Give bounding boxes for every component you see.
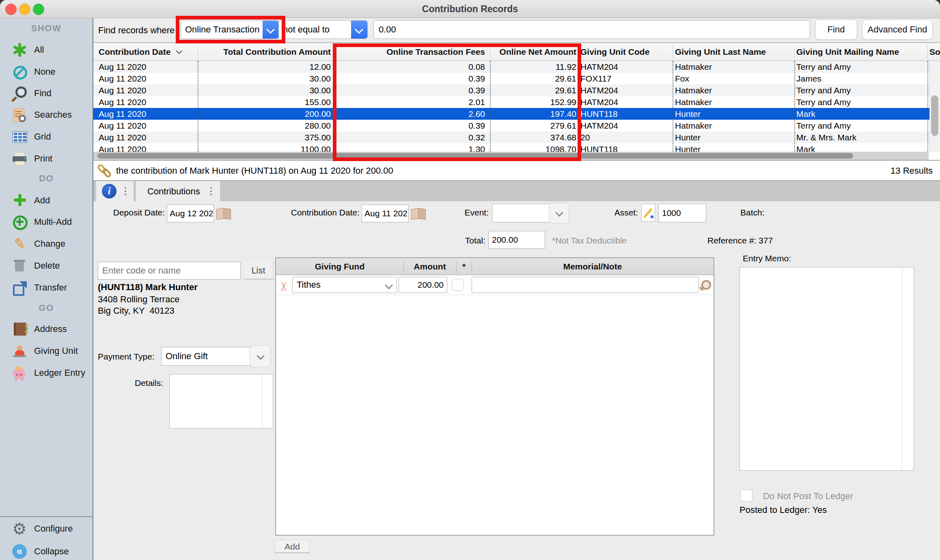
table-row[interactable]: Aug 11 2020200.002.60197.40HUNT118Hunter… (93, 108, 940, 120)
event-dropdown[interactable] (492, 204, 557, 222)
column-header[interactable]: Contribution Date (99, 43, 192, 61)
table-cell: FOX117 (580, 73, 671, 84)
column-header-asterisk[interactable]: * (456, 258, 472, 275)
vertical-scrollbar[interactable] (929, 61, 940, 152)
giver-code-input[interactable] (98, 262, 241, 280)
sidebar-item-collapse[interactable]: « Collapse (0, 541, 93, 560)
giver-address-line2: Big City, KY 40123 (98, 306, 175, 316)
info-icon: i (102, 184, 116, 198)
tab-contributions[interactable]: Contributions (136, 181, 220, 201)
horizontal-scrollbar[interactable] (93, 152, 929, 160)
sidebar-item-address[interactable]: Address (0, 318, 93, 340)
sidebar-item-add[interactable]: Add (0, 190, 93, 211)
sidebar-item-multi-add[interactable]: Multi-Add (0, 211, 93, 233)
fund-dropdown[interactable]: Tithes (292, 277, 397, 293)
horizontal-scrollbar-thumb[interactable] (97, 153, 853, 159)
chevron-down-icon[interactable] (351, 21, 367, 39)
table-row[interactable]: Aug 11 20201100.001.301098.70HUNT118Hunt… (93, 143, 940, 152)
scissors-icon[interactable]: ✂ (277, 278, 291, 291)
asterisk-icon (11, 41, 28, 59)
table-cell: 375.00 (200, 131, 331, 143)
do-not-post-checkbox[interactable] (740, 489, 752, 502)
column-header[interactable]: Giving Unit Last Name (675, 43, 793, 61)
table-cell: Terry and Amy (796, 84, 930, 96)
column-header[interactable]: Giving Unit Mailing Name (796, 43, 930, 61)
total-input[interactable] (488, 231, 545, 249)
payment-type-dropdown-button[interactable] (250, 345, 271, 367)
contribution-date-input[interactable] (362, 205, 409, 222)
table-row[interactable]: Aug 11 2020155.002.01152.99HATM204Hatmak… (93, 96, 940, 108)
column-header[interactable]: Online Transaction Fees (337, 43, 485, 61)
sort-chevron-icon (176, 48, 183, 54)
find-value-input[interactable] (373, 20, 810, 39)
header-separator (490, 45, 490, 58)
table-cell: 152.99 (493, 96, 576, 108)
add-fund-row-button[interactable]: Add (275, 540, 310, 553)
vertical-scrollbar-thumb[interactable] (931, 95, 938, 136)
sidebar-item-delete[interactable]: Delete (0, 255, 93, 277)
sidebar-item-configure[interactable]: ⚙ Configure (0, 518, 93, 540)
sidebar-item-giving-unit[interactable]: Giving Unit (0, 340, 93, 362)
details-textarea[interactable] (169, 374, 273, 429)
advanced-find-button[interactable]: Advanced Find (862, 19, 933, 40)
find-button[interactable]: Find (815, 19, 857, 40)
column-header[interactable]: Total Contribution Amount (200, 43, 331, 61)
sidebar-item-none[interactable]: None (0, 61, 93, 83)
chevron-down-icon[interactable] (263, 21, 279, 39)
not-tax-deductible-checkbox[interactable] (452, 279, 464, 291)
table-row[interactable]: Aug 11 2020375.000.32374.6820HunterMr. &… (93, 131, 940, 143)
table-row[interactable]: Aug 11 202012.000.0811.92HATM204Hatmaker… (93, 61, 940, 73)
table-row[interactable]: Aug 11 202030.000.3929.61HATM204Hatmaker… (93, 84, 940, 96)
sidebar-item-print[interactable]: Print (0, 148, 93, 170)
memorial-note-input[interactable] (472, 277, 699, 293)
sidebar-item-all[interactable]: All (0, 39, 93, 61)
asset-input[interactable] (658, 204, 706, 222)
column-separator (490, 61, 491, 152)
table-cell: 29.61 (493, 73, 576, 84)
header-separator (578, 45, 579, 58)
column-header-giving-fund[interactable]: Giving Fund (276, 258, 403, 275)
entry-memo-textarea[interactable] (739, 267, 914, 471)
calendar-icon[interactable] (216, 208, 231, 219)
sidebar-item-searches[interactable]: Searches (0, 104, 93, 126)
deposit-date-input[interactable] (167, 205, 214, 222)
table-row[interactable]: Aug 11 2020280.000.39279.61HATM204Hatmak… (93, 120, 940, 131)
sidebar-item-change[interactable]: ✎ Change (0, 233, 93, 255)
column-header-amount[interactable]: Amount (403, 258, 456, 275)
sidebar-section-do: DO (0, 173, 93, 184)
status-text: the contribution of Mark Hunter (HUNT118… (116, 166, 393, 176)
sidebar-item-find[interactable]: Find (0, 82, 93, 104)
find-operator-dropdown[interactable]: not equal to (278, 20, 368, 39)
table-cell: 280.00 (200, 120, 331, 131)
info-tab[interactable]: i (96, 181, 134, 201)
do-not-post-label: Do Not Post To Ledger (763, 491, 853, 502)
table-row[interactable]: Aug 11 202030.000.3929.61FOX117FoxJames (93, 73, 940, 84)
results-table: Contribution DateTotal Contribution Amou… (93, 43, 940, 161)
event-label: Event: (463, 208, 489, 218)
table-cell: HATM204 (580, 96, 671, 108)
column-header[interactable]: Giving Unit Code (580, 43, 671, 61)
sidebar: SHOW All None Find Searches Grid Print D… (0, 18, 93, 560)
table-cell: Terry and Amy (796, 96, 930, 108)
sidebar-divider (0, 516, 93, 517)
column-header[interactable]: So (929, 43, 940, 61)
find-field-dropdown[interactable]: Online Transaction (181, 20, 279, 39)
event-dropdown-button[interactable] (549, 202, 569, 224)
table-cell: HATM204 (580, 61, 671, 73)
table-cell: HUNT118 (580, 143, 671, 152)
table-cell: Aug 11 2020 (99, 143, 192, 152)
fund-amount-input[interactable] (399, 277, 447, 293)
list-button[interactable]: List (244, 262, 274, 280)
sidebar-item-transfer[interactable]: Transfer (0, 277, 93, 299)
sidebar-item-ledger-entry[interactable]: Ledger Entry (0, 362, 93, 384)
table-cell: 374.68 (493, 131, 576, 143)
calendar-icon[interactable] (411, 208, 426, 219)
table-cell: Fox (675, 73, 793, 84)
asset-edit-icon[interactable] (641, 204, 655, 222)
column-header[interactable]: Online Net Amount (493, 43, 576, 61)
table-cell: Hatmaker (675, 61, 793, 73)
grid-icon (11, 128, 28, 146)
column-header-memorial-note[interactable]: Memorial/Note (472, 258, 714, 275)
payment-type-dropdown[interactable]: Online Gift (161, 347, 260, 366)
sidebar-item-grid[interactable]: Grid (0, 126, 93, 148)
